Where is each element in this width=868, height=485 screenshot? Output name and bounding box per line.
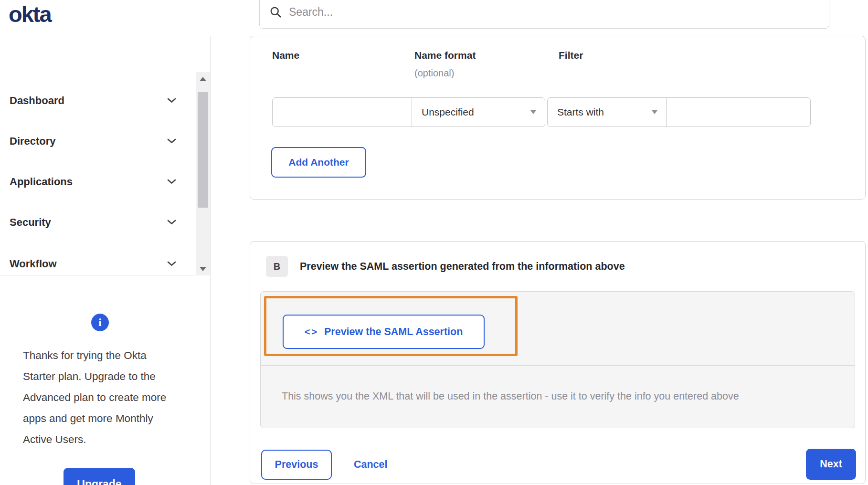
next-button[interactable]: Next	[806, 449, 856, 480]
filter-operator-select[interactable]: Starts with	[547, 97, 667, 127]
cancel-button[interactable]: Cancel	[354, 450, 388, 480]
scroll-up-button[interactable]	[196, 72, 210, 85]
global-search	[259, 0, 829, 29]
info-icon: i	[91, 314, 109, 331]
sidebar-scrollbar[interactable]	[196, 72, 210, 275]
name-format-select[interactable]: Unspecified	[412, 97, 545, 127]
sidebar-item-security[interactable]: Security	[0, 208, 195, 237]
triangle-down-icon	[200, 267, 206, 271]
triangle-up-icon	[200, 77, 206, 81]
chevron-down-icon	[167, 96, 176, 105]
sidebar-item-label: Directory	[10, 135, 56, 148]
plan-promo-text: Thanks for trying the Okta Starter plan.…	[23, 345, 180, 450]
add-another-button[interactable]: Add Another	[271, 147, 366, 178]
sidebar: Dashboard Directory Applications Securit…	[0, 36, 211, 485]
preview-saml-assertion-button[interactable]: <> Preview the SAML Assertion	[283, 315, 485, 349]
sidebar-nav: Dashboard Directory Applications Securit…	[0, 72, 195, 275]
preview-saml-assertion-label: Preview the SAML Assertion	[324, 326, 463, 338]
search-icon	[269, 6, 282, 19]
okta-logo: okta	[9, 0, 85, 28]
sidebar-item-label: Applications	[10, 176, 73, 188]
attribute-name-input[interactable]	[272, 97, 412, 127]
chevron-down-icon	[167, 137, 176, 146]
sidebar-item-applications[interactable]: Applications	[0, 168, 195, 196]
scroll-down-button[interactable]	[196, 262, 210, 275]
sidebar-item-dashboard[interactable]: Dashboard	[0, 86, 195, 115]
chevron-down-icon	[167, 218, 176, 227]
sidebar-item-label: Workflow	[10, 258, 57, 270]
preview-panel-divider	[260, 365, 855, 366]
upgrade-button[interactable]: Upgrade	[64, 468, 135, 485]
search-input[interactable]	[289, 0, 829, 26]
name-format-column-label: Name format	[414, 50, 476, 61]
step-b-badge: B	[266, 256, 288, 277]
filter-column-label: Filter	[559, 50, 583, 61]
preview-section-title: Preview the SAML assertion generated fro…	[300, 261, 625, 273]
dropdown-arrow-icon	[530, 110, 536, 114]
scrollbar-thumb[interactable]	[198, 92, 208, 208]
dropdown-arrow-icon	[652, 110, 657, 114]
sidebar-item-label: Dashboard	[10, 95, 64, 107]
sidebar-item-label: Security	[10, 216, 51, 229]
sidebar-item-directory[interactable]: Directory	[0, 127, 195, 156]
name-format-selected-value: Unspecified	[422, 106, 474, 118]
chevron-down-icon	[167, 260, 176, 268]
preview-panel-description: This shows you the XML that will be used…	[282, 390, 836, 402]
name-column-label: Name	[272, 50, 299, 61]
preview-panel	[260, 291, 855, 428]
filter-value-input[interactable]	[666, 97, 811, 127]
okta-admin-page: okta Dashboard Directory Applications	[0, 0, 868, 485]
filter-operator-selected-value: Starts with	[557, 106, 604, 118]
chevron-down-icon	[167, 178, 176, 186]
name-format-optional-hint: (optional)	[414, 68, 454, 79]
code-icon: <>	[305, 327, 318, 337]
previous-button[interactable]: Previous	[261, 450, 332, 480]
sidebar-item-workflow[interactable]: Workflow	[0, 250, 195, 278]
